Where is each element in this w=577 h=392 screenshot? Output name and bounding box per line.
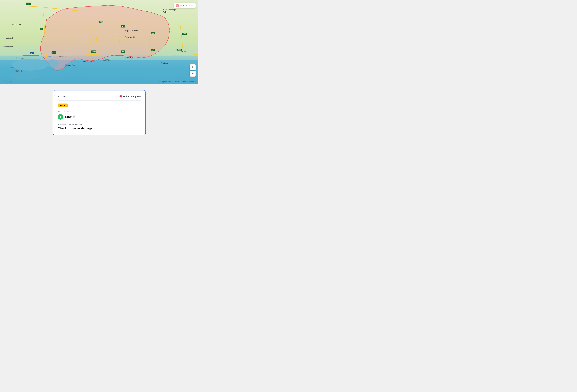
info-card: 2022-06 🇬🇧 United Kingdom Flood Impact s… — [53, 90, 146, 135]
city-label-portsmouth: Portsmouth — [16, 57, 25, 59]
svg-point-5 — [47, 59, 59, 67]
city-label-winchester: Winchester — [12, 24, 21, 26]
road-badge-a280: A280 — [91, 50, 96, 53]
road-badge-a26: A26 — [151, 49, 155, 51]
country-flag: 🇬🇧 — [119, 95, 122, 98]
card-date: 2022-06 — [58, 95, 66, 98]
attribution-text: © Mapbox © OpenStreetMap — [159, 81, 181, 83]
city-label-eastleigh: Eastleigh — [6, 37, 13, 39]
road-badge-m27: M27 — [30, 52, 34, 54]
score-circle: 1 — [58, 114, 63, 120]
city-label-southampton: Southampton — [2, 45, 13, 47]
city-label-worthing: Worthing — [103, 59, 110, 61]
road-badge-a23: A23 — [121, 25, 125, 28]
card-header: 2022-06 🇬🇧 United Kingdom — [58, 95, 141, 101]
city-label-chichester: Chichester — [58, 56, 66, 58]
map-legend: Affected area — [174, 3, 196, 8]
page-wrapper: Affected area + − © Mapbox © OpenStreetM… — [0, 0, 198, 141]
road-badge-a24: A24 — [99, 21, 103, 23]
road-badge-a303: A303 — [26, 2, 31, 5]
city-label-haywards-heath: Haywards Heath — [125, 30, 138, 32]
city-label-brighton: Brighton — [125, 56, 133, 59]
mapbox-logo: © mapbox — [2, 80, 12, 83]
city-label-newport: Newport — [15, 70, 22, 72]
legend-label: Affected area — [180, 4, 193, 7]
score-text: Low — [65, 115, 72, 119]
zoom-out-button[interactable]: − — [190, 71, 196, 77]
disaster-type-tag: Flood — [58, 104, 68, 107]
mapbox-logo-icon: © — [2, 80, 5, 83]
zoom-in-button[interactable]: + — [190, 64, 196, 70]
svg-point-3 — [12, 59, 48, 71]
map-container: Affected area + − © Mapbox © OpenStreetM… — [0, 0, 198, 84]
card-country: 🇬🇧 United Kingdom — [119, 95, 141, 98]
legend-color-box — [176, 4, 179, 7]
road-badge-a21: A21 — [182, 33, 187, 35]
city-label-burgess-hill: Burgess Hill — [125, 36, 135, 38]
advice-label: Advice for possible damage — [58, 123, 141, 125]
mapbox-text: mapbox — [6, 80, 12, 82]
road-badge-a27b: A27 — [121, 50, 125, 53]
zoom-controls: + − — [190, 64, 196, 77]
map-attribution: © Mapbox © OpenStreetMap Improve this ma… — [159, 81, 196, 83]
road-badge-a259: A259 — [177, 49, 182, 51]
advice-text: Check for water damage — [58, 127, 141, 130]
help-icon[interactable]: ? — [73, 115, 76, 118]
city-label-bognor-regis: Bognor Regis — [66, 64, 76, 66]
city-label-cowes: Cowes — [10, 67, 15, 69]
info-card-wrapper: 2022-06 🇬🇧 United Kingdom Flood Impact s… — [0, 84, 198, 141]
city-label-royal-tunbridge-wells: Royal TunbridgeWells — [163, 8, 176, 13]
road-badge-a3: A3 — [40, 28, 43, 30]
impact-score-row: 1 Low ? — [58, 114, 141, 120]
improve-map-link[interactable]: Improve this map — [182, 81, 196, 83]
road-badge-a27: A27 — [52, 51, 56, 54]
road-badge-a22: A22 — [151, 32, 155, 34]
country-name: United Kingdom — [123, 95, 141, 98]
city-label-littlehampton: Littlehampton — [83, 61, 94, 63]
svg-point-4 — [10, 71, 40, 80]
city-label-eastbourne: Eastbourne — [161, 62, 170, 64]
impact-score-label: Impact score — [58, 110, 141, 113]
